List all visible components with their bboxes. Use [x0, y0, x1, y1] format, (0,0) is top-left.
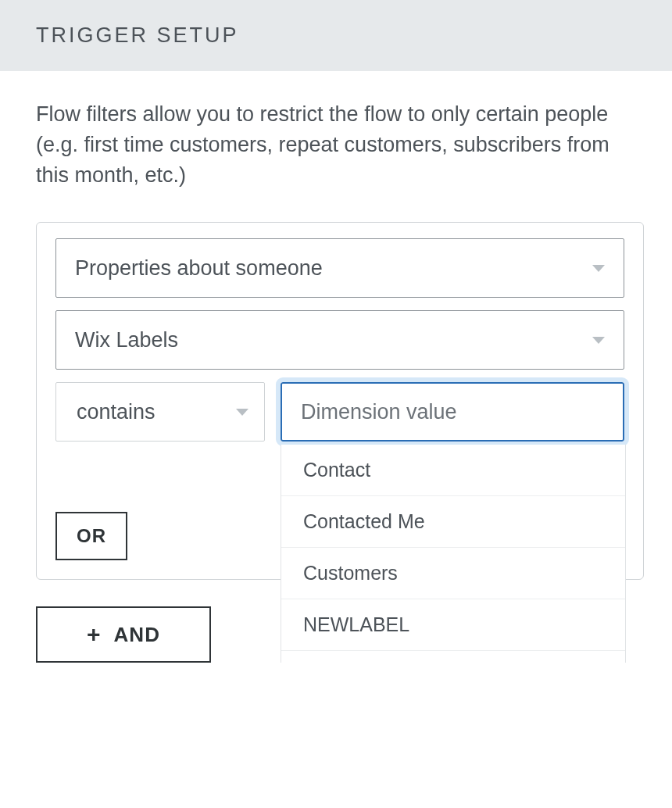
header-bar: TRIGGER SETUP	[0, 0, 672, 71]
chevron-down-icon	[236, 409, 248, 416]
dropdown-option[interactable]: Subscribers	[281, 651, 625, 663]
value-dropdown: Contact Contacted Me Customers NEWLABEL …	[281, 445, 626, 663]
dropdown-option[interactable]: Customers	[281, 548, 625, 599]
or-button[interactable]: OR	[55, 512, 127, 560]
description-text: Flow filters allow you to restrict the f…	[0, 71, 672, 206]
value-combobox: Contact Contacted Me Customers NEWLABEL …	[281, 382, 624, 442]
operator-select-label: contains	[77, 400, 155, 424]
chevron-down-icon	[592, 337, 605, 344]
page-title: TRIGGER SETUP	[36, 23, 636, 48]
dropdown-option[interactable]: Contacted Me	[281, 496, 625, 548]
plus-icon: +	[87, 623, 102, 646]
chevron-down-icon	[592, 265, 605, 272]
filter-card: Properties about someone Wix Labels cont…	[36, 222, 644, 580]
dropdown-option[interactable]: NEWLABEL	[281, 599, 625, 651]
field-select-label: Wix Labels	[75, 328, 178, 352]
dimension-value-input[interactable]	[281, 382, 624, 442]
property-select[interactable]: Properties about someone	[55, 238, 624, 298]
or-button-label: OR	[77, 525, 106, 547]
and-button[interactable]: + AND	[36, 606, 211, 663]
operator-value-row: contains Contact Contacted Me Customers …	[55, 382, 624, 442]
and-button-label: AND	[114, 623, 160, 647]
field-select[interactable]: Wix Labels	[55, 310, 624, 370]
property-select-label: Properties about someone	[75, 256, 323, 281]
dropdown-option[interactable]: Contact	[281, 445, 625, 496]
operator-select[interactable]: contains	[55, 382, 265, 442]
